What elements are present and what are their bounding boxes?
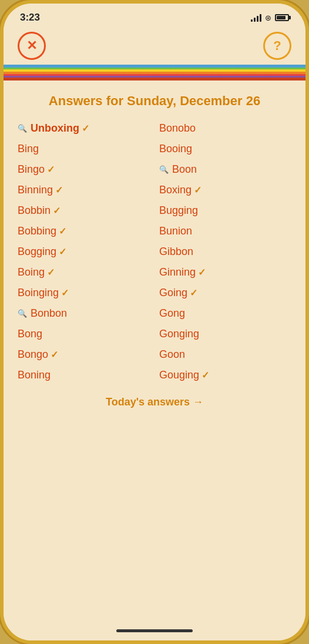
checkmark-icon: ✓ — [51, 349, 58, 360]
answer-word: Gong — [159, 307, 185, 320]
answer-word: Booing — [159, 143, 192, 155]
status-icons: ⊛ — [251, 14, 289, 22]
checkmark-icon: ✓ — [55, 185, 63, 196]
search-icon: 🔍 — [18, 124, 27, 133]
answer-word: Bobbing — [18, 225, 56, 237]
answer-word: Boning — [18, 369, 51, 381]
answer-cell: Bong — [13, 324, 154, 344]
checkmark-icon: ✓ — [61, 287, 69, 298]
today-answers-link[interactable]: Today's answers → — [106, 396, 203, 408]
wifi-icon: ⊛ — [265, 14, 271, 22]
answer-word: Bugging — [159, 204, 198, 217]
nav-buttons: ✕ ? — [4, 27, 305, 65]
answer-word: Going — [159, 287, 187, 299]
signal-icon — [251, 14, 261, 22]
answer-cell: Bing — [13, 139, 154, 159]
search-icon: 🔍 — [18, 309, 27, 318]
phone-frame: 3:23 ⊛ ✕ ? Answers for Sunday, December … — [0, 0, 309, 644]
checkmark-icon: ✓ — [82, 123, 89, 134]
answer-word: Bobbin — [18, 204, 51, 217]
answer-word: Gonging — [159, 328, 199, 340]
answer-word: Bonobo — [159, 122, 196, 135]
checkmark-icon: ✓ — [47, 164, 55, 175]
answer-cell: Bongo ✓ — [13, 344, 154, 365]
answer-cell: Binning ✓ — [13, 180, 154, 200]
answer-word: Bong — [18, 328, 42, 340]
answer-cell: Gouging ✓ — [154, 365, 296, 385]
page-title: Answers for Sunday, December 26 — [4, 80, 305, 118]
answer-word: Bing — [18, 143, 39, 155]
checkmark-icon: ✓ — [47, 267, 55, 278]
answer-word: Boinging — [18, 287, 59, 299]
checkmark-icon: ✓ — [194, 185, 201, 196]
answer-cell: Gonging — [154, 324, 296, 344]
checkmark-icon: ✓ — [59, 246, 66, 257]
answer-word: Boxing — [159, 184, 192, 196]
answer-word: Gouging — [159, 369, 199, 381]
answer-cell: Boinging ✓ — [13, 283, 154, 303]
content-area[interactable]: Answers for Sunday, December 26 🔍Unboxin… — [4, 80, 305, 620]
answer-cell: Gibbon — [154, 242, 296, 262]
status-time: 3:23 — [20, 12, 40, 24]
answer-cell: Bugging — [154, 200, 296, 221]
answer-cell: Boing ✓ — [13, 262, 154, 283]
answer-word: Binning — [18, 184, 53, 196]
rainbow-bar — [4, 65, 305, 78]
answer-word: Ginning — [159, 266, 196, 279]
status-bar: 3:23 ⊛ — [4, 4, 305, 27]
answer-word: Bogging — [18, 246, 56, 258]
checkmark-icon: ✓ — [53, 205, 61, 216]
today-link-container: Today's answers → — [4, 385, 305, 414]
answer-word: Unboxing — [31, 122, 79, 135]
answers-grid: 🔍Unboxing ✓BonoboBingBooingBingo ✓🔍BoonB… — [4, 118, 305, 385]
checkmark-icon: ✓ — [59, 226, 66, 237]
answer-cell: Bunion — [154, 221, 296, 242]
answer-cell: 🔍Boon — [154, 159, 296, 180]
answer-word: Gibbon — [159, 246, 193, 258]
battery-icon — [275, 14, 289, 21]
close-button[interactable]: ✕ — [18, 32, 46, 60]
checkmark-icon: ✓ — [190, 287, 197, 298]
answer-cell: Bogging ✓ — [13, 242, 154, 262]
answer-cell: Going ✓ — [154, 283, 296, 303]
answer-cell: 🔍Unboxing ✓ — [13, 118, 154, 139]
answer-cell: Bobbing ✓ — [13, 221, 154, 242]
home-indicator — [4, 620, 305, 640]
answer-word: Bonbon — [31, 307, 67, 320]
answer-word: Goon — [159, 348, 185, 361]
search-icon: 🔍 — [159, 165, 169, 174]
answer-cell: Boxing ✓ — [154, 180, 296, 200]
answer-cell: Bobbin ✓ — [13, 200, 154, 221]
answer-cell: 🔍Bonbon — [13, 303, 154, 324]
checkmark-icon: ✓ — [201, 370, 209, 381]
answer-word: Bunion — [159, 225, 192, 237]
answer-cell: Goon — [154, 344, 296, 365]
help-button[interactable]: ? — [263, 32, 291, 60]
answer-cell: Bonobo — [154, 118, 296, 139]
answer-cell: Boning — [13, 365, 154, 385]
answer-word: Boing — [18, 266, 45, 279]
answer-word: Bingo — [18, 163, 45, 176]
answer-word: Boon — [172, 163, 197, 176]
answer-cell: Booing — [154, 139, 296, 159]
answer-word: Bongo — [18, 348, 48, 361]
answer-cell: Ginning ✓ — [154, 262, 296, 283]
answer-cell: Gong — [154, 303, 296, 324]
home-bar — [116, 629, 193, 632]
checkmark-icon: ✓ — [198, 267, 206, 278]
answer-cell: Bingo ✓ — [13, 159, 154, 180]
